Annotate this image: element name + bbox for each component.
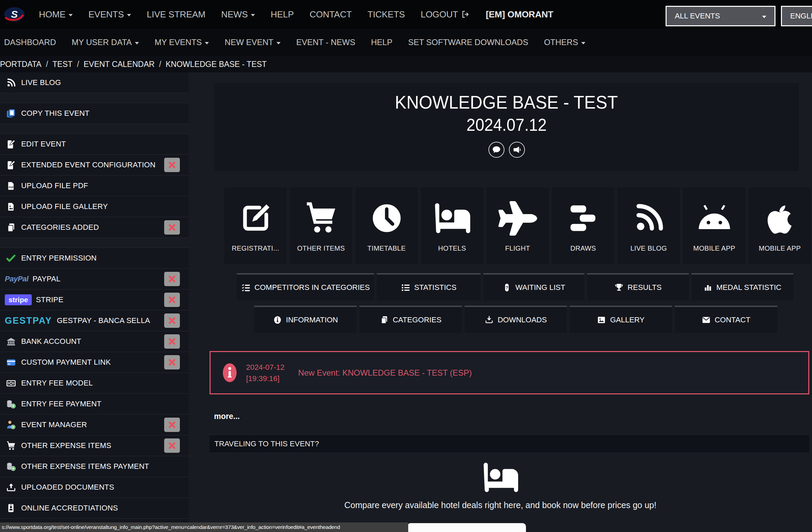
nav-news[interactable]: NEWS [221,9,255,20]
subnav-event-news[interactable]: EVENT - NEWS [296,38,355,47]
tile-draws[interactable]: DRAWS [552,187,614,264]
sidebar-item-online-accreditations[interactable]: ONLINE ACCREDTIATIONS [0,498,189,519]
person-plus-icon [5,420,17,430]
trophy-icon [614,283,624,292]
breadcrumb-sportdata[interactable]: PORTDATA [0,60,41,69]
sidebar-item-copy-this-event[interactable]: COPY THIS EVENT [0,103,189,124]
sidebar-item-extended-event-configuration[interactable]: EXTENDED EVENT CONFIGURATION [0,155,189,176]
sidebar-item-event-manager[interactable]: EVENT MANAGER [0,415,189,435]
traveling-question: TRAVELING TO THIS EVENT? [214,439,319,448]
tile-mobile-app-ios[interactable]: MOBILE APP [749,187,811,264]
event-filter-select[interactable]: ALL EVENTS [666,6,775,26]
sidebar-item-entry-fee-model[interactable]: ENTRY FEE MODEL [0,373,189,394]
remove-button[interactable] [164,334,180,349]
nav-home[interactable]: HOME [39,9,73,20]
tile-mobile-app-android[interactable]: MOBILE APP [683,187,745,264]
megaphone-icon [512,145,522,154]
sidebar-item-other-expense-items[interactable]: OTHER EXPENSE ITEMS [0,435,189,456]
hotel-promo[interactable]: Compare every available hotel deals righ… [189,461,812,510]
subnav-my-user-data[interactable]: MY USER DATA [72,38,139,47]
information-button[interactable]: INFORMATION [254,306,357,333]
sidebar-item-custom-payment-link[interactable]: CUSTOM PAYMENT LINK [0,352,189,373]
nav-events[interactable]: EVENTS [88,9,131,20]
remove-button[interactable] [164,158,180,172]
plane-icon [498,200,537,237]
sidebar-item-entry-fee-payment[interactable]: ENTRY FEE PAYMENT [0,394,189,415]
nav-live-stream[interactable]: LIVE STREAM [147,9,205,20]
breadcrumb-event-calendar[interactable]: EVENT CALENDAR [84,60,155,69]
apple-icon [763,200,796,237]
tile-flight[interactable]: FLIGHT [486,187,549,264]
subnav-my-events[interactable]: MY EVENTS [155,38,209,47]
logged-in-user[interactable]: [EM] OMORANT [486,9,553,20]
remove-button[interactable] [164,293,180,307]
sidebar-item-other-expense-items-payment[interactable]: OTHER EXPENSE ITEMS PAYMENT [0,456,189,477]
nav-help[interactable]: HELP [271,9,294,20]
event-main-content: KNOWLEDGE BASE - TEST 2024.07.12 REGISTR… [189,72,812,532]
sidebar-item-stripe[interactable]: stripe STRIPE [0,290,189,310]
language-select[interactable]: ENGLISH [781,6,812,26]
statistics-button[interactable]: STATISTICS [377,273,481,300]
breadcrumb: PORTDATA / TEST / EVENT CALENDAR / KNOWL… [0,56,812,72]
tile-timetable[interactable]: TIMETABLE [355,187,418,264]
sidebar-item-categories-added[interactable]: CATEGORIES ADDED [0,217,189,238]
tile-hotels[interactable]: HOTELS [421,187,483,264]
breadcrumb-test[interactable]: TEST [53,60,73,69]
contact-button[interactable]: CONTACT [675,306,777,333]
competitors-in-categories-button[interactable]: COMPETITORS IN CATEGORIES [237,273,374,300]
categories-button[interactable]: CATEGORIES [359,306,462,333]
rss-icon [5,78,17,88]
clock-icon [370,200,403,237]
subnav-dashboard[interactable]: DASHBOARD [4,38,56,47]
cart-icon [5,441,17,451]
bed-icon [429,200,475,237]
nav-contact[interactable]: CONTACT [310,9,352,20]
sidebar-item-gestpay[interactable]: GESTPAY GESTPAY - BANCA SELLA [0,310,189,331]
pages-icon [380,316,389,324]
tile-live-blog[interactable]: LIVE BLOG [617,187,680,264]
alert-message-link[interactable]: New Event: KNOWLEDGE BASE - TEST (ESP) [298,368,472,378]
gestpay-logo: GESTPAY [5,316,52,326]
remove-button[interactable] [164,313,180,328]
edit-page-icon [5,160,17,170]
sidebar-item-bank-account[interactable]: BANK ACCOUNT [0,331,189,352]
remove-button[interactable] [164,220,180,235]
subnav-others[interactable]: OTHERS [544,38,585,47]
downloads-button[interactable]: DOWNLOADS [465,306,567,333]
tile-registration[interactable]: REGISTRATI... [224,187,287,264]
comments-button[interactable] [488,142,504,158]
sidebar-group-gap [0,124,189,134]
sidebar-group-gap [0,238,189,248]
top-nav: HOME EVENTS LIVE STREAM NEWS HELP CONTAC… [39,9,553,20]
sidebar-item-uploaded-documents[interactable]: UPLOADED DOCUMENTS [0,477,189,498]
sidebar-item-upload-file-gallery[interactable]: UPLOAD FILE GALLERY [0,196,189,217]
announcements-button[interactable] [509,142,525,158]
admin-sub-navigation: DASHBOARD MY USER DATA MY EVENTS NEW EVE… [0,29,812,56]
sidebar-item-upload-file-pdf[interactable]: UPLOAD FILE PDF [0,176,189,196]
gallery-button[interactable]: GALLERY [570,306,672,333]
medal-statistic-button[interactable]: MEDAL STATISTIC [692,273,793,300]
sidebar-item-live-blog[interactable]: LIVE BLOG [0,72,189,93]
subnav-new-event[interactable]: NEW EVENT [225,38,281,47]
remove-button[interactable] [164,272,180,286]
waiting-list-button[interactable]: WAITING LIST [483,273,584,300]
remove-button[interactable] [164,438,180,453]
sidebar-item-entry-permission[interactable]: ENTRY PERMISSION [0,248,189,269]
results-button[interactable]: RESULTS [587,273,689,300]
logout-button[interactable]: LOGOUT [421,9,470,20]
nav-tickets[interactable]: TICKETS [368,9,405,20]
sportdata-logo-icon[interactable] [3,6,25,22]
coins-plus-icon [5,399,17,409]
sidebar-item-paypal[interactable]: PayPal PAYPAL [0,269,189,290]
remove-button[interactable] [164,355,180,369]
sidebar-item-edit-event[interactable]: EDIT EVENT [0,134,189,155]
coins-plus-icon [5,461,17,472]
tile-other-items[interactable]: OTHER ITEMS [290,187,352,264]
id-badge-icon [5,503,17,513]
more-link[interactable]: more... [214,412,240,421]
subnav-set-software-downloads[interactable]: SET SOFTWARE DOWNLOADS [408,38,528,47]
tasks-icon [241,283,251,292]
remove-button[interactable] [164,418,180,432]
chevron-down-icon [251,14,255,16]
subnav-help[interactable]: HELP [371,38,393,47]
